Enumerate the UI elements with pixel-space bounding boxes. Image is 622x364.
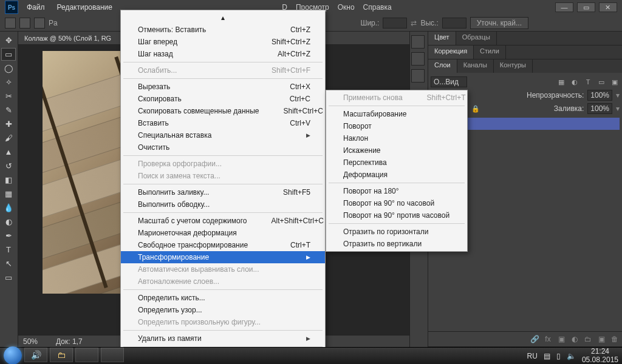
menu-window[interactable]: Окно — [338, 3, 355, 12]
layers-filter-kind[interactable]: О...Вид — [431, 76, 467, 87]
minimize-button[interactable]: — — [555, 2, 573, 12]
submenu-distort[interactable]: Искажение — [326, 144, 467, 157]
submenu-flip-vertical[interactable]: Отразить по вертикали — [326, 238, 467, 250]
refine-edge-button[interactable]: Уточн. край... — [470, 17, 528, 29]
tray-clock[interactable]: 21:24 05.08.2015 — [582, 348, 618, 363]
opt-width-field[interactable] — [383, 18, 407, 29]
adjustment-layer-icon[interactable]: ◐ — [570, 334, 579, 344]
tool-crop[interactable]: ✂ — [1, 90, 16, 103]
submenu-perspective[interactable]: Перспектива — [326, 157, 467, 169]
menu-edit[interactable]: Редактирование — [51, 1, 118, 14]
document-tab[interactable]: Коллаж @ 50% (Слой 1, RG — [24, 35, 111, 42]
tray-lang[interactable]: RU — [527, 352, 538, 360]
filter-pixel-icon[interactable]: ▦ — [556, 77, 566, 87]
link-layers-icon[interactable]: 🔗 — [530, 334, 539, 344]
new-layer-icon[interactable]: ▣ — [596, 334, 606, 344]
filter-type-icon[interactable]: T — [583, 77, 593, 87]
lock-all-icon[interactable]: 🔒 — [471, 104, 480, 113]
tool-shape[interactable]: ▭ — [1, 271, 16, 284]
menu-free-transform[interactable]: Свободное трансформированиеCtrl+T — [121, 239, 325, 251]
menu-puppet-warp[interactable]: Марионеточная деформация — [121, 227, 325, 239]
tool-wand[interactable]: ✧ — [1, 76, 16, 89]
tab-channels[interactable]: Каналы — [457, 59, 494, 73]
submenu-rotate-90-cw[interactable]: Поворот на 90° по часовой — [326, 197, 467, 209]
taskbar-sound-icon[interactable]: 🔊 — [24, 348, 47, 362]
submenu-skew[interactable]: Наклон — [326, 132, 467, 144]
menu-undo[interactable]: Отменить: ВставитьCtrl+Z — [121, 24, 325, 36]
tool-move[interactable]: ✥ — [1, 34, 16, 47]
menu-define-pattern[interactable]: Определить узор... — [121, 304, 325, 316]
submenu-rotate-90-ccw[interactable]: Поворот на 90° против часовой — [326, 209, 467, 221]
filter-smart-icon[interactable]: ▣ — [610, 77, 620, 87]
arrange-grid-icon[interactable] — [19, 18, 30, 29]
tab-layers[interactable]: Слои — [428, 59, 457, 73]
tool-eraser[interactable]: ◧ — [1, 174, 16, 186]
tool-lasso[interactable]: ◯ — [1, 62, 16, 75]
filter-adjust-icon[interactable]: ◐ — [570, 77, 579, 87]
tray-flag-icon[interactable]: ▤ — [544, 352, 550, 360]
menu-transform[interactable]: Трансформирование▶ — [121, 251, 325, 263]
menu-step-back[interactable]: Шаг назадAlt+Ctrl+Z — [121, 48, 325, 60]
tab-color[interactable]: Цвет — [428, 32, 456, 45]
strip-history-icon[interactable] — [411, 35, 425, 49]
submenu-flip-horizontal[interactable]: Отразить по горизонтали — [326, 226, 467, 238]
menu-purge[interactable]: Удалить из памяти▶ — [121, 332, 325, 345]
opacity-field[interactable]: 100% — [587, 90, 612, 101]
menu-copy-merged[interactable]: Скопировать совмещенные данныеShift+Ctrl… — [121, 105, 325, 117]
fill-field[interactable]: 100% — [587, 103, 612, 114]
arrange-row-icon[interactable] — [34, 18, 45, 29]
tray-network-icon[interactable]: ▯ — [556, 352, 561, 360]
menu-scroll-up[interactable]: ▴ — [121, 12, 325, 24]
menu-stroke[interactable]: Выполнить обводку... — [121, 198, 325, 211]
tool-brush[interactable]: 🖌 — [1, 132, 16, 144]
tool-path[interactable]: ↖ — [1, 257, 16, 270]
app-logo[interactable]: Ps — [5, 1, 18, 14]
opt-height-field[interactable] — [442, 18, 466, 29]
menu-paste-special[interactable]: Специальная вставка▶ — [121, 129, 325, 141]
layer-mask-icon[interactable]: ▣ — [556, 334, 566, 344]
start-button[interactable] — [4, 346, 22, 365]
zoom-level[interactable]: 50% — [23, 337, 38, 346]
tray-volume-icon[interactable]: 🔈 — [567, 352, 576, 360]
taskbar-app1-icon[interactable] — [75, 348, 98, 362]
tool-dodge[interactable]: ◐ — [1, 215, 16, 228]
menu-file[interactable]: Файл — [21, 1, 51, 14]
menu-cut[interactable]: ВырезатьCtrl+X — [121, 81, 325, 93]
tab-styles[interactable]: Стили — [474, 46, 506, 59]
tab-swatches[interactable]: Образцы — [456, 32, 497, 45]
layer-fx-icon[interactable]: fx — [543, 334, 553, 344]
tool-stamp[interactable]: ▲ — [1, 146, 16, 158]
close-button[interactable]: ✕ — [599, 2, 617, 12]
tool-heal[interactable]: ✚ — [1, 118, 16, 130]
tab-adjustments[interactable]: Коррекция — [428, 46, 474, 59]
submenu-scale[interactable]: Масштабирование — [326, 108, 467, 120]
menu-step-forward[interactable]: Шаг впередShift+Ctrl+Z — [121, 36, 325, 48]
delete-layer-icon[interactable]: 🗑 — [610, 334, 620, 344]
strip-actions-icon[interactable] — [411, 52, 425, 66]
strip-properties-icon[interactable] — [411, 69, 425, 83]
tab-paths[interactable]: Контуры — [494, 59, 533, 73]
menu-copy[interactable]: СкопироватьCtrl+C — [121, 93, 325, 105]
taskbar-explorer-icon[interactable]: 🗀 — [50, 348, 73, 362]
tool-blur[interactable]: 💧 — [1, 201, 16, 214]
arrange-icon[interactable] — [5, 18, 16, 29]
submenu-warp[interactable]: Деформация — [326, 169, 467, 181]
maximize-button[interactable]: ▭ — [577, 2, 595, 12]
menu-fill[interactable]: Выполнить заливку...Shift+F5 — [121, 186, 325, 198]
menu-clear[interactable]: Очистить — [121, 141, 325, 153]
taskbar-app2-icon[interactable] — [101, 348, 124, 362]
submenu-rotate-180[interactable]: Поворот на 180° — [326, 185, 467, 197]
tool-history-brush[interactable]: ↺ — [1, 160, 16, 172]
tool-eyedropper[interactable]: ✎ — [1, 104, 16, 116]
tool-gradient[interactable]: ▦ — [1, 187, 16, 200]
menu-help[interactable]: Справка — [363, 3, 392, 12]
tool-marquee[interactable]: ▭ — [1, 48, 16, 61]
menu-content-aware-scale[interactable]: Масштаб с учетом содержимогоAlt+Shift+Ct… — [121, 215, 325, 227]
group-layers-icon[interactable]: 🗀 — [583, 334, 593, 344]
tool-pen[interactable]: ✒ — [1, 229, 16, 242]
submenu-rotate[interactable]: Поворот — [326, 120, 467, 132]
menu-define-brush[interactable]: Определить кисть... — [121, 292, 325, 304]
filter-shape-icon[interactable]: ▭ — [596, 77, 606, 87]
tool-type[interactable]: T — [1, 243, 16, 256]
menu-paste[interactable]: ВставитьCtrl+V — [121, 117, 325, 129]
